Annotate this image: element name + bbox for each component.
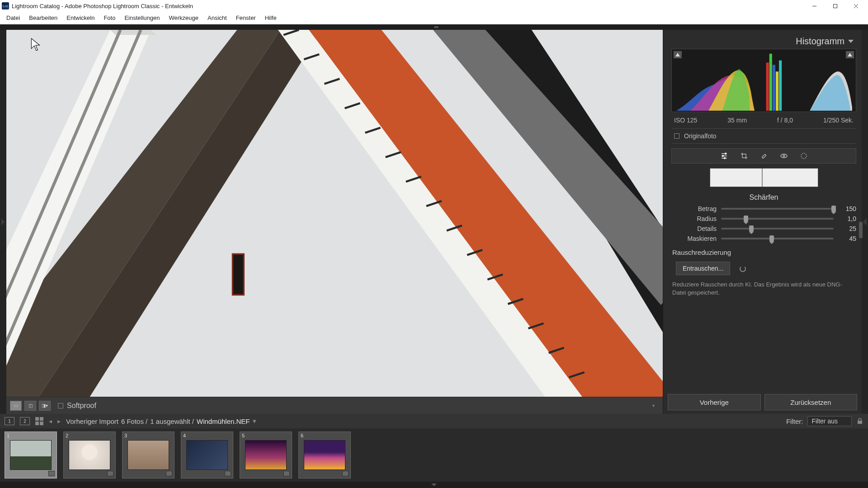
svg-rect-47: [858, 421, 862, 424]
titlebar: Lrc Lightroom Catalog - Adobe Photoshop …: [0, 0, 868, 12]
minimize-button[interactable]: [804, 0, 825, 12]
svg-rect-43: [762, 154, 766, 159]
bottom-panel-collapsed[interactable]: [0, 482, 868, 488]
crumb-filename[interactable]: Windmühlen.NEF: [197, 418, 250, 425]
crumb-import[interactable]: Vorheriger Import: [66, 418, 118, 425]
crop-icon[interactable]: [740, 152, 748, 160]
close-button[interactable]: [845, 0, 866, 12]
svg-rect-31: [232, 254, 244, 295]
slider-value[interactable]: 25: [838, 225, 856, 232]
slider-value[interactable]: 1,0: [838, 215, 856, 222]
filter-lock-icon[interactable]: [856, 418, 863, 425]
reset-button[interactable]: Zurücksetzen: [764, 394, 858, 410]
slider-value[interactable]: 150: [838, 205, 856, 212]
histogram-title[interactable]: Histogramm: [796, 36, 844, 47]
left-panel-toggle[interactable]: [0, 30, 6, 414]
panel-resize-grip[interactable]: [859, 222, 863, 238]
slider-maskieren[interactable]: Maskieren 45: [671, 235, 856, 242]
monitor-2-button[interactable]: 2: [20, 417, 30, 425]
crumb-count: 6 Fotos /: [121, 418, 147, 425]
exif-aperture: f / 8,0: [777, 117, 793, 124]
svg-point-44: [781, 154, 787, 158]
svg-point-40: [725, 153, 726, 155]
thumb-index: 2: [66, 433, 68, 438]
before-after-button[interactable]: ◫: [24, 401, 36, 411]
tool-strip: [671, 148, 856, 164]
right-panel-toggle[interactable]: [862, 30, 868, 414]
heal-icon[interactable]: [760, 152, 768, 160]
svg-point-41: [722, 155, 723, 157]
thumb-image: [304, 440, 345, 470]
image-toolbar: ▭ ◫ ◨▾ Softproof ▾: [6, 397, 663, 414]
slider-betrag[interactable]: Betrag 150: [671, 205, 856, 212]
nav-fwd-icon[interactable]: ▸: [57, 418, 61, 425]
thumb-badge-icon: [283, 471, 290, 476]
filmstrip-toolbar: 1 2 ◂ ▸ Vorheriger Import 6 Fotos / 1 au…: [0, 414, 868, 428]
toolbar-menu-button[interactable]: ▾: [647, 401, 659, 411]
menu-datei[interactable]: Datei: [2, 13, 24, 23]
exif-row: ISO 125 35 mm f / 8,0 1/250 Sek.: [671, 115, 856, 128]
svg-rect-33: [769, 54, 772, 111]
thumb-image: [69, 440, 110, 470]
svg-rect-32: [766, 63, 769, 111]
svg-point-46: [801, 153, 807, 159]
detail-navigator-thumb[interactable]: [710, 168, 818, 187]
shadow-clip-indicator[interactable]: [674, 51, 682, 58]
filmstrip[interactable]: 123456: [0, 428, 868, 482]
highlight-clip-indicator[interactable]: [846, 51, 854, 58]
grid-view-icon[interactable]: [35, 417, 43, 425]
thumb-badge-icon: [107, 471, 113, 476]
softproof-checkbox[interactable]: [58, 403, 63, 408]
thumbnail[interactable]: 1: [5, 432, 57, 479]
loupe-view-button[interactable]: ▭: [10, 401, 22, 411]
menu-entwickeln[interactable]: Entwickeln: [62, 13, 99, 23]
compare-view-button[interactable]: ◨▾: [39, 401, 51, 411]
chevron-down-icon[interactable]: [848, 40, 854, 43]
previous-button[interactable]: Vorherige: [668, 394, 761, 410]
mask-icon[interactable]: [800, 152, 808, 160]
thumbnail[interactable]: 2: [63, 432, 116, 479]
svg-point-42: [724, 158, 725, 159]
svg-rect-36: [779, 61, 782, 111]
exif-iso: ISO 125: [674, 117, 697, 124]
window-title: Lightroom Catalog - Adobe Photoshop Ligh…: [12, 3, 804, 9]
menu-hilfe[interactable]: Hilfe: [260, 13, 281, 23]
menu-werkzeuge[interactable]: Werkzeuge: [164, 13, 203, 23]
svg-rect-34: [773, 65, 775, 111]
slider-label: Details: [671, 225, 717, 232]
menu-foto[interactable]: Foto: [99, 13, 120, 23]
filter-select[interactable]: Filter aus: [807, 416, 852, 426]
thumb-index: 4: [183, 433, 186, 438]
slider-label: Betrag: [671, 205, 717, 212]
thumbnail[interactable]: 6: [298, 432, 351, 479]
thumbnail[interactable]: 5: [240, 432, 292, 479]
menu-ansicht[interactable]: Ansicht: [203, 13, 231, 23]
nav-back-icon[interactable]: ◂: [49, 418, 52, 425]
filter-label: Filter:: [786, 418, 803, 425]
thumbnail[interactable]: 4: [181, 432, 233, 479]
menu-einstellungen[interactable]: Einstellungen: [120, 13, 164, 23]
menu-bearbeiten[interactable]: Bearbeiten: [24, 13, 62, 23]
monitor-1-button[interactable]: 1: [5, 417, 14, 425]
denoise-help-text: Reduziere Rauschen durch KI. Das Ergebni…: [672, 281, 855, 297]
denoise-button[interactable]: Entrauschen...: [676, 262, 730, 275]
thumb-badge-icon: [225, 471, 231, 476]
slider-value[interactable]: 45: [838, 235, 856, 242]
svg-rect-35: [776, 71, 778, 111]
noise-reduction-title: Rauschreduzierung: [672, 249, 856, 256]
top-panel-collapsed[interactable]: [0, 24, 868, 30]
maximize-button[interactable]: [825, 0, 845, 12]
thumb-badge-icon: [342, 471, 349, 476]
redeye-icon[interactable]: [780, 152, 788, 160]
image-preview[interactable]: [6, 30, 663, 397]
menu-fenster[interactable]: Fenster: [231, 13, 260, 23]
slider-label: Radius: [671, 215, 717, 222]
thumbnail[interactable]: 3: [122, 432, 175, 479]
slider-details[interactable]: Details 25: [671, 225, 856, 232]
histogram[interactable]: [671, 49, 856, 112]
breadcrumb[interactable]: Vorheriger Import 6 Fotos / 1 ausgewählt…: [66, 417, 256, 425]
edit-sliders-icon[interactable]: [720, 152, 728, 160]
original-photo-toggle[interactable]: [674, 133, 679, 139]
chevron-down-icon[interactable]: ▾: [253, 417, 256, 425]
slider-radius[interactable]: Radius 1,0: [671, 215, 856, 222]
